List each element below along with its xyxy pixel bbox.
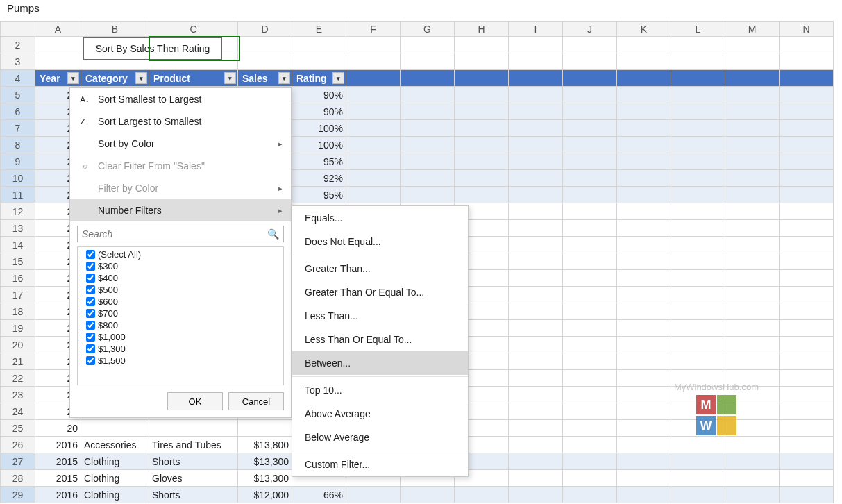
cell[interactable] <box>35 37 81 53</box>
cell[interactable] <box>780 387 834 403</box>
col-header-J[interactable]: J <box>563 22 617 37</box>
cell[interactable] <box>563 337 617 353</box>
cell[interactable]: 2015 <box>35 453 81 470</box>
number-filters-item[interactable]: Number Filters <box>70 199 291 221</box>
filter-value-row[interactable]: $1,000 <box>81 331 283 343</box>
cell[interactable] <box>455 170 509 187</box>
cell[interactable] <box>617 153 671 170</box>
cell[interactable] <box>725 120 780 137</box>
cell[interactable] <box>617 103 671 120</box>
cell[interactable] <box>617 403 671 420</box>
cell[interactable]: 95% <box>292 153 346 170</box>
cell[interactable] <box>509 237 563 253</box>
cell[interactable] <box>455 187 509 203</box>
cell[interactable] <box>455 137 509 153</box>
row-header[interactable]: 28 <box>1 470 35 487</box>
col-header-D[interactable]: D <box>238 22 292 37</box>
filter-greater-than[interactable]: Greater Than... <box>292 257 468 280</box>
cell[interactable] <box>563 370 617 387</box>
cell[interactable] <box>780 253 834 270</box>
cell[interactable] <box>671 287 725 303</box>
cell[interactable] <box>671 153 725 170</box>
filter-rating-header[interactable]: Rating▾ <box>292 70 346 87</box>
cell[interactable] <box>617 320 671 337</box>
cell[interactable] <box>563 137 617 153</box>
col-header-F[interactable]: F <box>346 22 401 37</box>
cell[interactable] <box>238 53 292 70</box>
cell[interactable] <box>671 53 725 70</box>
cell[interactable] <box>509 120 563 137</box>
cell[interactable] <box>509 470 563 487</box>
row-header[interactable]: 16 <box>1 270 35 287</box>
col-header-L[interactable]: L <box>671 22 725 37</box>
filter-value-checkbox[interactable] <box>86 344 95 353</box>
cell[interactable] <box>617 270 671 287</box>
filter-value-row[interactable]: $600 <box>81 296 283 308</box>
cell[interactable] <box>725 437 780 453</box>
cell[interactable] <box>617 337 671 353</box>
row-header[interactable]: 22 <box>1 370 35 387</box>
cell[interactable] <box>401 153 455 170</box>
cell[interactable] <box>563 153 617 170</box>
cell[interactable] <box>509 320 563 337</box>
cell[interactable] <box>563 387 617 403</box>
cell[interactable] <box>401 70 455 87</box>
cell[interactable] <box>671 103 725 120</box>
cell[interactable] <box>563 203 617 220</box>
cell[interactable] <box>455 120 509 137</box>
cell[interactable] <box>563 87 617 103</box>
cell[interactable] <box>780 270 834 287</box>
col-header-B[interactable]: B <box>81 22 149 37</box>
cell[interactable] <box>617 353 671 370</box>
row-header[interactable]: 6 <box>1 103 35 120</box>
cell[interactable] <box>509 370 563 387</box>
cell[interactable] <box>671 353 725 370</box>
cell[interactable] <box>725 153 780 170</box>
cell[interactable] <box>780 420 834 437</box>
cell[interactable] <box>563 220 617 237</box>
cell[interactable] <box>780 53 834 70</box>
cell[interactable]: 2016 <box>35 487 81 503</box>
cell[interactable] <box>617 420 671 437</box>
cell[interactable]: Tires and Tubes <box>149 437 238 453</box>
cell[interactable] <box>725 87 780 103</box>
filter-custom[interactable]: Custom Filter... <box>292 453 468 476</box>
row-header[interactable]: 4 <box>1 70 35 87</box>
row-header[interactable]: 24 <box>1 403 35 420</box>
cell[interactable] <box>780 487 834 503</box>
filter-less-than[interactable]: Less Than... <box>292 304 468 328</box>
cell[interactable] <box>509 303 563 320</box>
cell[interactable] <box>725 303 780 320</box>
cell[interactable] <box>455 53 509 70</box>
cell[interactable] <box>617 370 671 387</box>
cell[interactable] <box>509 103 563 120</box>
cell[interactable] <box>401 170 455 187</box>
cell[interactable] <box>455 487 509 503</box>
cell[interactable] <box>509 70 563 87</box>
filter-value-checkbox[interactable] <box>86 250 95 259</box>
cell[interactable] <box>725 253 780 270</box>
cell[interactable] <box>346 37 401 53</box>
cell[interactable] <box>617 303 671 320</box>
cell[interactable]: 2016 <box>35 437 81 453</box>
cell[interactable] <box>780 403 834 420</box>
cell[interactable] <box>671 237 725 253</box>
cell[interactable] <box>617 470 671 487</box>
col-header-M[interactable]: M <box>725 22 780 37</box>
cell[interactable] <box>455 103 509 120</box>
filter-between[interactable]: Between... <box>292 351 468 375</box>
cell[interactable] <box>617 120 671 137</box>
cell[interactable] <box>725 270 780 287</box>
cell[interactable] <box>617 170 671 187</box>
filter-year-header[interactable]: Year▾ <box>35 70 81 87</box>
cell[interactable] <box>780 337 834 353</box>
cell[interactable] <box>509 187 563 203</box>
cancel-button[interactable]: Cancel <box>228 392 284 410</box>
cell[interactable] <box>509 137 563 153</box>
cell[interactable] <box>780 353 834 370</box>
cell[interactable] <box>617 487 671 503</box>
filter-value-checkbox[interactable] <box>86 356 95 365</box>
row-header[interactable]: 19 <box>1 320 35 337</box>
cell[interactable] <box>617 70 671 87</box>
cell[interactable] <box>671 337 725 353</box>
